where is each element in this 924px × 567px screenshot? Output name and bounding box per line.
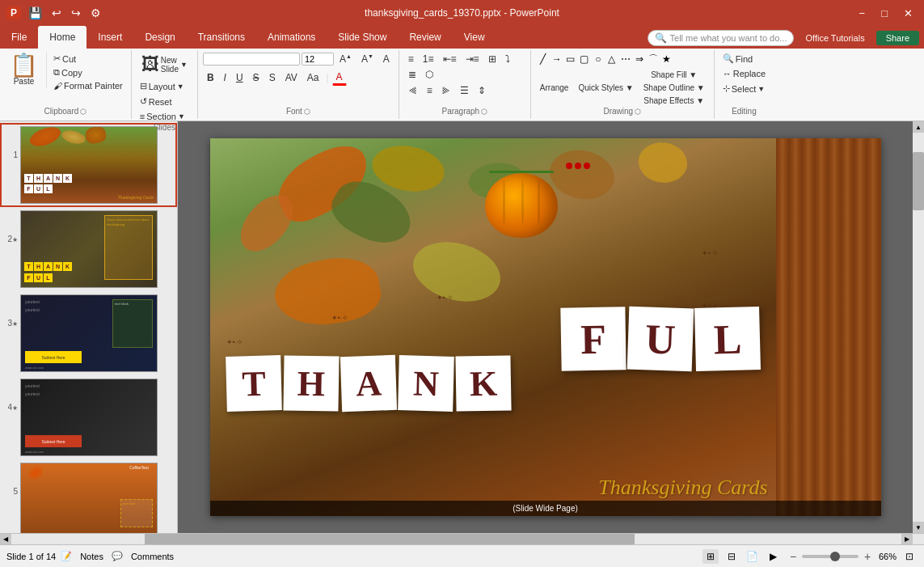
- format-painter-button[interactable]: 🖌 Format Painter: [50, 79, 126, 92]
- font-color-button[interactable]: A: [332, 70, 347, 86]
- slideshow-button[interactable]: ▶: [766, 549, 782, 564]
- shape-outline-button[interactable]: Shape Outline ▼: [639, 82, 709, 94]
- scroll-down-button[interactable]: ▼: [913, 522, 924, 533]
- slide-thumb-1[interactable]: 1 T H A N K: [2, 125, 175, 205]
- change-case-button[interactable]: Aa: [303, 70, 323, 85]
- align-left-button[interactable]: ⫷: [404, 83, 422, 98]
- slide-img-1[interactable]: T H A N K F U L Thanksgiving Cards: [20, 126, 158, 204]
- tab-view[interactable]: View: [453, 26, 496, 49]
- share-button[interactable]: Share: [876, 31, 919, 45]
- paragraph-expand-icon[interactable]: ⬡: [481, 108, 487, 116]
- add-remove-cols-button[interactable]: ⊞: [484, 52, 500, 66]
- scroll-left-button[interactable]: ◀: [0, 534, 11, 544]
- shape-star[interactable]: ★: [660, 52, 674, 66]
- tab-animations[interactable]: Animations: [256, 26, 327, 49]
- help-search-bar[interactable]: 🔍 Tell me what you want to do...: [648, 30, 795, 46]
- shape-arrow[interactable]: →: [550, 52, 564, 66]
- h-scroll-handle[interactable]: [145, 534, 635, 544]
- align-text-button[interactable]: ≣: [404, 67, 420, 82]
- strikethrough-button[interactable]: S: [249, 70, 264, 85]
- new-slide-dropdown-icon[interactable]: ▼: [180, 61, 188, 69]
- decrease-font-button[interactable]: A▼: [357, 52, 378, 66]
- section-dropdown-icon[interactable]: ▼: [178, 112, 185, 121]
- align-center-button[interactable]: ≡: [423, 83, 437, 98]
- scroll-up-button[interactable]: ▲: [913, 121, 924, 133]
- reading-view-button[interactable]: 📄: [745, 549, 761, 564]
- shape-circle[interactable]: ○: [591, 52, 605, 66]
- redo-button[interactable]: ↪: [69, 5, 83, 21]
- shape-rect[interactable]: ▭: [563, 52, 578, 66]
- scroll-right-button[interactable]: ▶: [901, 534, 913, 544]
- slide-sorter-button[interactable]: ⊟: [724, 549, 740, 564]
- bold-button[interactable]: B: [203, 70, 218, 85]
- quick-styles-button[interactable]: Quick Styles ▼: [574, 82, 637, 94]
- cut-button[interactable]: ✂ Cut: [50, 52, 126, 66]
- shadow-button[interactable]: S: [265, 70, 280, 85]
- shape-curve[interactable]: ⌒: [646, 52, 660, 66]
- font-size-input[interactable]: [302, 53, 334, 66]
- shape-arrow2[interactable]: ⇒: [632, 52, 647, 66]
- font-expand-icon[interactable]: ⬡: [304, 108, 310, 116]
- tab-home[interactable]: Home: [38, 26, 86, 49]
- text-direction-button[interactable]: ⤵: [501, 52, 514, 66]
- comments-button[interactable]: Comments: [128, 551, 177, 562]
- shape-fill-button[interactable]: Shape Fill ▼: [639, 69, 709, 81]
- shape-triangle[interactable]: △: [605, 52, 619, 66]
- slide-thumb-2[interactable]: 2★ T H A N K F U: [2, 209, 175, 290]
- clear-format-button[interactable]: A: [379, 52, 394, 66]
- smartart-button[interactable]: ⬡: [421, 67, 437, 82]
- shape-more[interactable]: ⋯: [618, 52, 633, 66]
- shape-effects-button[interactable]: Shape Effects ▼: [639, 95, 709, 107]
- italic-button[interactable]: I: [220, 70, 230, 85]
- scroll-track-vertical[interactable]: [913, 133, 924, 522]
- customize-qa-button[interactable]: ⚙: [88, 5, 103, 21]
- zoom-slider[interactable]: [802, 555, 859, 558]
- slide-thumb-3[interactable]: 3★ yourtext yourtext Subtext Here www.xx…: [2, 293, 175, 374]
- align-right-button[interactable]: ⫸: [437, 83, 455, 98]
- new-slide-button[interactable]: 🖼 New Slide ▼: [137, 52, 192, 78]
- find-button[interactable]: 🔍 Find: [719, 52, 756, 66]
- zoom-handle[interactable]: [830, 552, 840, 561]
- arrange-button[interactable]: Arrange: [536, 82, 573, 94]
- copy-button[interactable]: ⧉ Copy: [50, 66, 126, 79]
- slide-edit-area[interactable]: T H A N K F U L ✦•∙✧: [178, 121, 913, 533]
- clipboard-expand-icon[interactable]: ⬡: [80, 108, 86, 116]
- select-button[interactable]: ⊹ Select ▼: [719, 82, 769, 95]
- scroll-handle-vertical[interactable]: [913, 152, 924, 210]
- notes-button[interactable]: Notes: [77, 551, 107, 562]
- office-tutorials-link[interactable]: Office Tutorials: [800, 32, 869, 44]
- line-spacing-button[interactable]: ⇕: [474, 83, 490, 98]
- justify-button[interactable]: ☰: [456, 83, 473, 98]
- font-name-input[interactable]: [203, 53, 300, 66]
- drawing-expand-icon[interactable]: ⬡: [635, 108, 641, 116]
- increase-indent-button[interactable]: ⇥≡: [462, 52, 483, 66]
- underline-button[interactable]: U: [232, 70, 247, 85]
- replace-button[interactable]: ↔ Replace: [719, 67, 769, 80]
- h-scroll-track[interactable]: [11, 534, 901, 544]
- save-button[interactable]: 💾: [26, 5, 44, 21]
- slide-img-4[interactable]: yourtext yourtext Subtext Here www.xxx.x…: [20, 379, 158, 456]
- char-spacing-button[interactable]: AV: [281, 70, 302, 85]
- paste-button[interactable]: 📋 Paste: [5, 52, 43, 88]
- slide-img-5[interactable]: CoffeeText text here: [20, 463, 158, 533]
- maximize-button[interactable]: □: [876, 6, 892, 21]
- minimize-button[interactable]: −: [854, 6, 871, 21]
- slide-thumb-4[interactable]: 4★ yourtext yourtext Subtext Here www.xx…: [2, 377, 175, 458]
- zoom-in-button[interactable]: +: [861, 550, 874, 563]
- close-button[interactable]: ✕: [899, 6, 918, 21]
- slide-img-2[interactable]: T H A N K F U L Some te: [20, 210, 158, 288]
- tab-design[interactable]: Design: [133, 26, 186, 49]
- undo-button[interactable]: ↩: [49, 5, 64, 21]
- normal-view-button[interactable]: ⊞: [702, 549, 719, 564]
- decrease-indent-button[interactable]: ⇤≡: [439, 52, 461, 66]
- zoom-out-button[interactable]: −: [787, 550, 800, 563]
- bullets-button[interactable]: ≡: [404, 52, 418, 66]
- tab-transitions[interactable]: Transitions: [187, 26, 256, 49]
- tab-slideshow[interactable]: Slide Show: [327, 26, 398, 49]
- shape-line[interactable]: ╱: [536, 52, 551, 66]
- tab-file[interactable]: File: [0, 26, 38, 49]
- fit-window-button[interactable]: ⊡: [901, 549, 918, 564]
- slide-thumb-5[interactable]: 5 CoffeeText text here: [2, 461, 175, 533]
- layout-dropdown-icon[interactable]: ▼: [177, 83, 184, 91]
- slide-img-3[interactable]: yourtext yourtext Subtext Here www.xxx.x…: [20, 294, 158, 372]
